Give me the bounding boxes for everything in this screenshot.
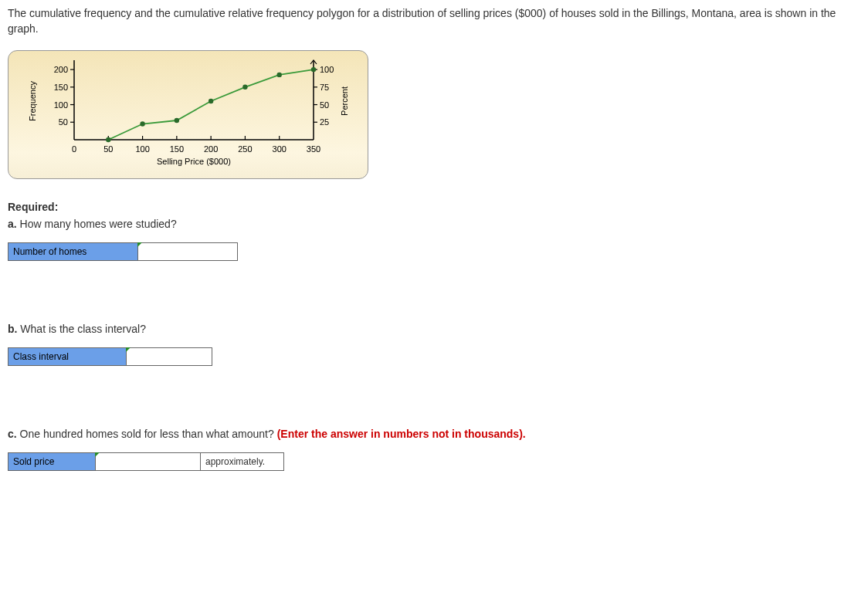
svg-text:300: 300: [273, 144, 287, 154]
answer-row-b: Class interval: [8, 347, 860, 366]
svg-point-41: [277, 73, 282, 77]
svg-text:100: 100: [135, 144, 149, 154]
svg-text:Selling Price ($000): Selling Price ($000): [157, 157, 231, 166]
svg-text:75: 75: [320, 83, 329, 92]
svg-text:150: 150: [170, 144, 184, 154]
chart-container: 5010015020025507510005010015020025030035…: [8, 50, 368, 179]
qc-label: Sold price: [8, 452, 96, 471]
qc-input-cell: [96, 452, 201, 471]
qc-text: One hundred homes sold for less than wha…: [17, 428, 277, 440]
svg-text:50: 50: [59, 117, 68, 127]
qc-input[interactable]: [96, 453, 200, 470]
svg-text:Percent: Percent: [340, 86, 349, 116]
svg-text:100: 100: [320, 65, 334, 74]
svg-point-37: [140, 122, 144, 127]
svg-point-39: [209, 99, 213, 103]
intro-text: The cumulative frequency and the cumulat…: [8, 6, 860, 36]
qa-input-cell: [138, 242, 238, 261]
svg-text:50: 50: [320, 100, 329, 110]
svg-text:100: 100: [54, 100, 68, 110]
svg-text:Frequency: Frequency: [28, 81, 37, 121]
svg-point-36: [106, 137, 110, 142]
qa-input[interactable]: [138, 243, 237, 260]
answer-row-c: Sold price approximately.: [8, 452, 860, 471]
cumulative-chart: 5010015020025507510005010015020025030035…: [8, 51, 368, 178]
question-a: a. How many homes were studied?: [8, 218, 860, 230]
qb-prefix: b.: [8, 323, 17, 335]
qb-label: Class interval: [8, 347, 127, 366]
qb-input-cell: [127, 347, 212, 366]
svg-point-42: [311, 67, 316, 72]
qb-input[interactable]: [127, 348, 212, 365]
question-c: c. One hundred homes sold for less than …: [8, 428, 860, 440]
qc-note: (Enter the answer in numbers not in thou…: [277, 428, 526, 440]
svg-point-40: [242, 85, 247, 90]
svg-text:50: 50: [103, 144, 113, 154]
qa-prefix: a.: [8, 218, 17, 230]
svg-point-38: [175, 118, 179, 123]
question-b: b. What is the class interval?: [8, 323, 860, 335]
svg-text:0: 0: [72, 144, 76, 154]
svg-text:350: 350: [307, 144, 320, 154]
answer-row-a: Number of homes: [8, 242, 860, 261]
svg-text:200: 200: [54, 65, 68, 74]
svg-text:25: 25: [320, 117, 329, 127]
qc-suffix: approximately.: [201, 452, 284, 471]
svg-text:150: 150: [54, 83, 68, 92]
required-heading: Required:: [8, 201, 860, 213]
svg-text:200: 200: [204, 144, 218, 154]
qc-prefix: c.: [8, 428, 17, 440]
svg-text:250: 250: [238, 144, 252, 154]
indicator-icon: [126, 347, 131, 352]
qa-text: How many homes were studied?: [17, 218, 177, 230]
qb-text: What is the class interval?: [17, 323, 146, 335]
qa-label: Number of homes: [8, 242, 138, 261]
indicator-icon: [95, 452, 100, 457]
indicator-icon: [137, 242, 142, 247]
